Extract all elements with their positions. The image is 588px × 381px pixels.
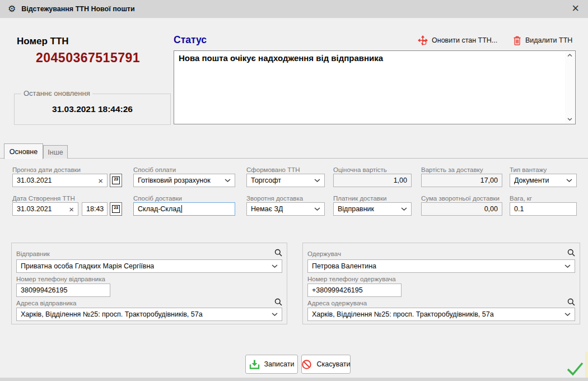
estimated-value-label: Оціночна вартість [333, 166, 387, 173]
delete-ttn-button[interactable]: Видалити ТТН [513, 33, 572, 48]
creation-date-input[interactable]: 31.03.2021 × [12, 202, 78, 216]
search-icon[interactable] [274, 298, 282, 306]
scroll-down-icon[interactable] [567, 118, 572, 121]
calendar-icon: 23 [112, 205, 120, 213]
receiver-value: Петрова Валентина [312, 262, 376, 270]
creation-date-value: 31.03.2021 [17, 205, 52, 213]
forecast-date-label: Прогноз дати доставки [12, 166, 81, 173]
search-icon[interactable] [274, 249, 282, 257]
return-delivery-value: Немає ЗД [251, 205, 283, 213]
receiver-panel: Одержувач Петрова Валентина Номер телефо… [302, 243, 580, 324]
chevron-down-icon [225, 179, 231, 182]
delivery-payer-select[interactable]: Відправник [333, 202, 412, 216]
cargo-type-label: Тип вантажу [510, 166, 547, 173]
sender-value: Приватна особа Гладких Марія Сергіївна [21, 262, 154, 270]
sender-address-select[interactable]: Харків, Відділення №25: просп. Трактороб… [16, 308, 282, 321]
weight-input[interactable]: 0.1 [510, 202, 577, 216]
creation-time-input[interactable]: 18:43 [82, 202, 108, 216]
update-ttn-button[interactable]: Оновити стан ТТН... [418, 33, 497, 48]
tab-other[interactable]: Інше [43, 145, 68, 159]
ttn-number-label: Номер ТТН [17, 36, 69, 47]
receiver-address-label: Адреса одержувача [307, 300, 367, 306]
clear-date-icon[interactable]: × [69, 205, 74, 213]
text-caret [181, 205, 182, 213]
sender-address-value: Харків, Відділення №25: просп. Трактороб… [21, 310, 203, 318]
weight-value: 0.1 [514, 205, 524, 213]
scroll-up-icon[interactable] [567, 54, 572, 57]
ttn-tracking-window: ⚙ Відстежування ТТН Нової пошти × Номер … [0, 0, 588, 381]
gear-icon: ⚙ [8, 4, 16, 13]
window-title: Відстежування ТТН Нової пошти [21, 5, 134, 13]
chevron-down-icon [314, 207, 320, 211]
ttn-number-value: 20450367515791 [36, 50, 140, 66]
chevron-down-icon [564, 313, 571, 316]
status-scrollbar[interactable] [565, 52, 575, 123]
close-button[interactable]: × [572, 1, 579, 16]
sender-address-label: Адреса відправника [16, 300, 76, 306]
forecast-calendar-button[interactable]: 23 [110, 174, 122, 187]
sender-panel: Відправник Приватна особа Гладких Марія … [11, 243, 287, 324]
delivery-payer-value: Відправник [338, 205, 374, 213]
payment-method-value: Готівковий розрахунок [138, 176, 211, 184]
forecast-date-value: 31.03.2021 [17, 176, 52, 184]
sender-phone-label: Номер телефону відправника [16, 276, 105, 282]
cancel-icon [301, 359, 312, 370]
cargo-type-select[interactable]: Документи [510, 174, 577, 187]
refresh-search-icon [418, 35, 428, 45]
formed-ttn-select[interactable]: Торгсофт [246, 174, 325, 187]
background-window-edge [585, 352, 588, 381]
cancel-label: Скасувати [316, 360, 350, 368]
clear-date-icon[interactable]: × [98, 176, 103, 185]
cancel-button[interactable]: Скасувати [301, 355, 351, 374]
return-amount-input[interactable]: 0,00 [421, 202, 502, 216]
sender-label: Відправник [16, 250, 50, 257]
delivery-cost-input[interactable]: 17,00 [421, 174, 502, 187]
search-icon[interactable] [567, 298, 575, 306]
success-check-icon [567, 361, 584, 376]
last-update-value: 31.03.2021 18:44:26 [15, 104, 170, 114]
trash-icon [513, 36, 521, 45]
calendar-icon: 23 [112, 176, 120, 184]
formed-ttn-label: Сформовано ТТН [246, 166, 300, 173]
window-bottom-strip [0, 378, 588, 381]
delivery-method-value: Склад-Склад [138, 205, 181, 213]
estimated-value-input[interactable]: 1,00 [333, 174, 412, 187]
payment-method-select[interactable]: Готівковий розрахунок [133, 174, 235, 187]
delivery-method-input[interactable]: Склад-Склад [133, 202, 235, 216]
search-icon[interactable] [567, 249, 575, 257]
sender-phone-value: 380999426195 [21, 286, 67, 294]
receiver-phone-value: +380999426195 [312, 286, 363, 294]
status-textarea[interactable]: Нова пошта очікує надходження від відпра… [174, 50, 576, 124]
chevron-down-icon [272, 264, 278, 268]
save-label: Записати [264, 360, 295, 368]
tab-strip-line [0, 158, 588, 159]
update-ttn-label: Оновити стан ТТН... [432, 36, 497, 44]
sender-select[interactable]: Приватна особа Гладких Марія Сергіївна [16, 259, 282, 273]
receiver-address-select[interactable]: Харків, Відділення №25: просп. Трактороб… [307, 308, 575, 321]
return-delivery-label: Зворотня доставка [246, 195, 303, 202]
save-button[interactable]: Записати [245, 355, 298, 374]
forecast-date-input[interactable]: 31.03.2021 × [12, 174, 108, 187]
tab-main[interactable]: Основне [4, 143, 43, 159]
creation-time-value: 18:43 [86, 205, 104, 213]
save-icon [249, 359, 260, 370]
delivery-cost-label: Вартість за доставку [421, 166, 483, 173]
status-heading: Статус [174, 34, 207, 46]
title-bar: ⚙ Відстежування ТТН Нової пошти × [0, 0, 588, 18]
delivery-method-label: Спосіб доставки [133, 195, 182, 202]
return-amount-value: 0,00 [484, 205, 498, 213]
receiver-phone-label: Номер телефону одержувача [307, 276, 396, 282]
chevron-down-icon [564, 264, 571, 268]
receiver-select[interactable]: Петрова Валентина [307, 259, 575, 273]
return-delivery-select[interactable]: Немає ЗД [246, 202, 325, 216]
creation-date-label: Дата Створення ТТН [12, 195, 75, 202]
creation-calendar-button[interactable]: 23 [110, 202, 122, 216]
chevron-down-icon [566, 179, 572, 182]
chevron-down-icon [401, 207, 407, 211]
cargo-type-value: Документи [514, 176, 549, 184]
delete-ttn-label: Видалити ТТН [525, 36, 572, 44]
receiver-label: Одержувач [307, 250, 341, 257]
delivery-payer-label: Платник доставки [333, 195, 386, 202]
sender-phone-input[interactable]: 380999426195 [16, 284, 110, 297]
receiver-phone-input[interactable]: +380999426195 [307, 284, 402, 297]
